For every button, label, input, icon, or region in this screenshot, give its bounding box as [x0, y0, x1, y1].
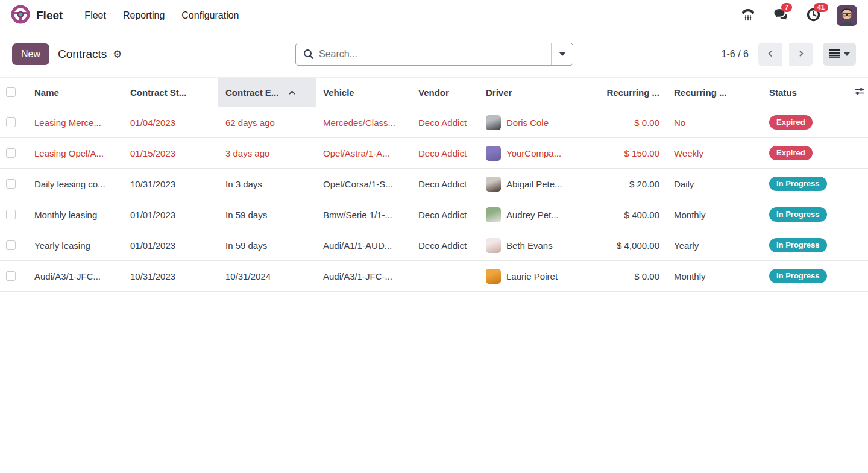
phone-icon: [741, 8, 755, 23]
driver-avatar: [486, 146, 501, 161]
navbar-menus: Fleet Reporting Configuration: [78, 5, 245, 26]
menu-reporting[interactable]: Reporting: [117, 5, 171, 26]
driver-name: Doris Cole: [506, 117, 549, 128]
cell-driver: YourCompa...: [479, 138, 593, 168]
table-row[interactable]: Audi/A3/1-JFC... 10/31/2023 10/31/2024 A…: [0, 261, 868, 292]
table-row[interactable]: Leasing Opel/A... 01/15/2023 3 days ago …: [0, 138, 868, 169]
cell-contract-end: 10/31/2024: [218, 261, 316, 291]
activities-button[interactable]: 41: [804, 7, 822, 25]
column-header-driver[interactable]: Driver: [479, 78, 593, 107]
driver-name: Beth Evans: [506, 240, 553, 251]
search-filters-toggle[interactable]: [551, 43, 573, 65]
list-view-icon: [829, 49, 840, 60]
search-icon: [303, 49, 314, 60]
chevron-left-icon: [766, 49, 775, 60]
cell-recurring-cost: $ 20.00: [593, 169, 667, 199]
row-checkbox[interactable]: [6, 271, 16, 281]
app-name: Fleet: [36, 9, 63, 22]
status-badge: In Progress: [769, 238, 827, 252]
activities-count-badge: 41: [814, 3, 828, 12]
cell-name: Leasing Opel/A...: [27, 138, 123, 168]
cell-driver: Beth Evans: [479, 230, 593, 260]
pager-next-button[interactable]: [789, 43, 813, 66]
status-badge: Expired: [769, 115, 813, 130]
pager-range: 1-6 / 6: [722, 49, 749, 60]
cell-recurring-cost: $ 4,000.00: [593, 230, 667, 260]
cell-recurring-frequency: Weekly: [667, 138, 762, 168]
table-header-row: Name Contract St... Contract E... Vehicl…: [0, 77, 868, 107]
cell-contract-end: 3 days ago: [218, 138, 316, 168]
row-checkbox[interactable]: [6, 117, 16, 127]
driver-name: Audrey Pet...: [506, 210, 559, 220]
driver-avatar: [486, 238, 501, 253]
app-switcher[interactable]: Fleet: [11, 5, 63, 27]
column-header-vehicle[interactable]: Vehicle: [316, 78, 411, 107]
cell-driver: Laurie Poiret: [479, 261, 593, 291]
voip-phone-button[interactable]: [739, 7, 757, 25]
cell-recurring-frequency: Monthly: [667, 261, 762, 291]
search-bar: [295, 43, 573, 66]
pager: 1-6 / 6: [722, 43, 856, 66]
cell-recurring-frequency: Yearly: [667, 230, 762, 260]
cell-recurring-frequency: No: [667, 107, 762, 137]
cell-contract-end: In 59 days: [218, 199, 316, 230]
cell-recurring-cost: $ 0.00: [593, 107, 667, 137]
gear-icon[interactable]: ⚙: [113, 49, 122, 60]
table-row[interactable]: Daily leasing co... 10/31/2023 In 3 days…: [0, 169, 868, 199]
column-header-contract-end[interactable]: Contract E...: [218, 78, 316, 107]
column-header-name[interactable]: Name: [27, 78, 123, 107]
user-avatar[interactable]: [837, 5, 857, 26]
search-input[interactable]: [319, 49, 551, 60]
row-checkbox[interactable]: [6, 210, 16, 219]
cell-contract-end: 62 days ago: [218, 107, 316, 137]
column-header-contract-end-label: Contract E...: [225, 87, 278, 98]
cell-name: Daily leasing co...: [27, 169, 123, 199]
cell-vendor: [411, 261, 479, 291]
messages-count-badge: 7: [781, 3, 792, 12]
fleet-steering-wheel-icon: [11, 5, 30, 27]
row-checkbox[interactable]: [6, 240, 16, 250]
cell-name: Yearly leasing: [27, 230, 123, 260]
new-button[interactable]: New: [12, 43, 49, 65]
optional-columns-button[interactable]: [850, 78, 868, 107]
column-header-recurring-frequency[interactable]: Recurring ...: [667, 78, 762, 107]
cell-contract-start: 01/01/2023: [123, 230, 218, 260]
driver-avatar: [486, 269, 501, 284]
status-badge: In Progress: [769, 269, 827, 283]
table-row[interactable]: Monthly leasing 01/01/2023 In 59 days Bm…: [0, 199, 868, 230]
view-switcher-button[interactable]: [823, 43, 856, 66]
cell-name: Leasing Merce...: [27, 107, 123, 137]
column-header-contract-start[interactable]: Contract St...: [123, 78, 218, 107]
cell-driver: Audrey Pet...: [479, 199, 593, 230]
cell-vendor: Deco Addict: [411, 199, 479, 230]
cell-recurring-frequency: Daily: [667, 169, 762, 199]
column-header-vendor[interactable]: Vendor: [411, 78, 479, 107]
page-title: Contracts: [58, 48, 107, 61]
row-checkbox[interactable]: [6, 148, 16, 158]
chevron-right-icon: [797, 49, 805, 60]
cell-contract-start: 10/31/2023: [123, 261, 218, 291]
pager-previous-button[interactable]: [758, 43, 782, 66]
cell-contract-start: 10/31/2023: [123, 169, 218, 199]
menu-configuration[interactable]: Configuration: [175, 5, 245, 26]
cell-contract-start: 01/15/2023: [123, 138, 218, 168]
cell-driver: Abigail Pete...: [479, 169, 593, 199]
breadcrumb: Contracts ⚙: [58, 48, 122, 61]
select-all-checkbox[interactable]: [6, 87, 16, 97]
table-row[interactable]: Leasing Merce... 01/04/2023 62 days ago …: [0, 107, 868, 138]
cell-contract-start: 01/04/2023: [123, 107, 218, 137]
cell-driver: Doris Cole: [479, 107, 593, 137]
table-row[interactable]: Yearly leasing 01/01/2023 In 59 days Aud…: [0, 230, 868, 261]
driver-avatar: [486, 207, 501, 222]
column-header-status[interactable]: Status: [762, 78, 850, 107]
top-navbar: Fleet Fleet Reporting Configuration: [0, 0, 868, 31]
messages-button[interactable]: 7: [772, 7, 790, 25]
driver-avatar: [486, 177, 501, 192]
row-checkbox[interactable]: [6, 179, 16, 189]
cell-vendor: Deco Addict: [411, 230, 479, 260]
cell-vendor: Deco Addict: [411, 138, 479, 168]
column-header-recurring-cost[interactable]: Recurring ...: [593, 78, 667, 107]
navbar-systray: 7 41: [739, 5, 857, 26]
chevron-down-icon: [559, 52, 565, 56]
menu-fleet[interactable]: Fleet: [78, 5, 112, 26]
